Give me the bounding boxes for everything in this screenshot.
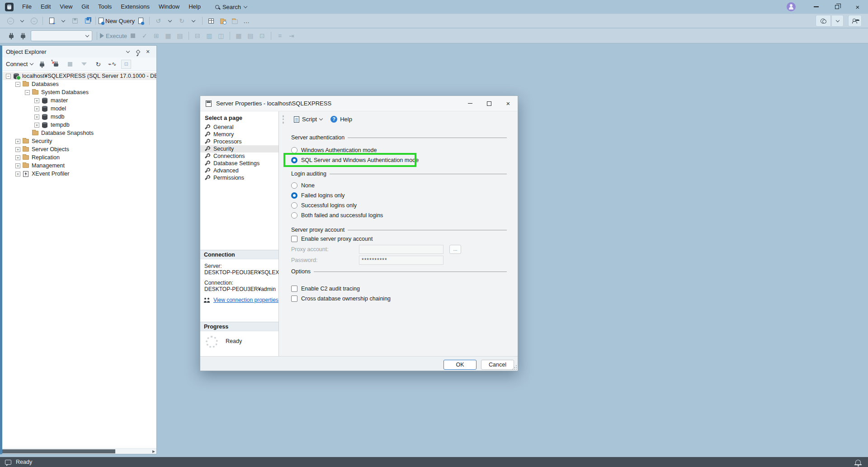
resize-grip[interactable] — [512, 365, 517, 370]
connect-dropdown-button[interactable]: Connect — [6, 61, 33, 67]
tree-item-replication[interactable]: +Replication — [2, 153, 156, 162]
checkbox-icon[interactable] — [291, 286, 297, 292]
menu-edit[interactable]: Edit — [36, 0, 55, 14]
tree-item-management[interactable]: +Management — [2, 162, 156, 170]
radio-icon[interactable] — [291, 212, 297, 219]
scrollbar-right-arrow[interactable] — [152, 450, 155, 453]
radio-row-none[interactable]: None — [291, 181, 507, 191]
copilot-dropdown[interactable] — [832, 15, 844, 27]
radio-row-both-failed-and-successful-logins[interactable]: Both failed and successful logins — [291, 210, 507, 220]
cancel-button[interactable]: Cancel — [481, 360, 514, 370]
tree-item-system[interactable]: −System Databases — [2, 88, 156, 96]
user-avatar[interactable] — [787, 2, 796, 11]
expand-icon[interactable]: + — [15, 163, 20, 168]
refresh-button[interactable]: ↻ — [93, 60, 103, 69]
page-item-advanced[interactable]: Advanced — [200, 167, 278, 174]
browse-button[interactable]: ... — [449, 245, 461, 254]
results-file-button[interactable]: ⊡ — [256, 30, 268, 42]
page-item-general[interactable]: General — [200, 124, 278, 131]
bell-icon[interactable] — [855, 460, 861, 464]
tree-item-database[interactable]: Database Snapshots — [2, 129, 156, 137]
expand-icon[interactable]: + — [15, 139, 20, 144]
tree-item-model[interactable]: +model — [2, 105, 156, 113]
enable-proxy-row[interactable]: Enable server proxy account — [291, 234, 507, 244]
check-row-enable-c2-audit-tracing[interactable]: Enable C2 audit tracing — [291, 284, 507, 294]
page-item-database-settings[interactable]: Database Settings — [200, 160, 278, 167]
open-query-button[interactable] — [135, 15, 146, 27]
dialog-maximize-button[interactable] — [480, 96, 499, 111]
new-file-button[interactable] — [46, 15, 57, 27]
horizontal-scrollbar[interactable] — [2, 448, 156, 454]
filter-button[interactable] — [79, 60, 89, 69]
connect-query-button[interactable] — [5, 30, 17, 42]
tree-item-master[interactable]: +master — [2, 96, 156, 105]
execute-button[interactable]: Execute — [100, 30, 127, 42]
tree-item-tempdb[interactable]: +tempdb — [2, 121, 156, 129]
client-stats-button[interactable]: ▥ — [203, 30, 215, 42]
window-restore-button[interactable] — [826, 0, 847, 14]
expand-icon[interactable]: + — [34, 98, 39, 103]
radio-icon[interactable] — [291, 147, 297, 153]
save-all-button[interactable] — [81, 15, 93, 27]
collapse-icon[interactable]: − — [25, 90, 30, 95]
browse-objects-button[interactable] — [217, 15, 229, 27]
menu-git[interactable]: Git — [77, 0, 94, 14]
page-item-connections[interactable]: Connections — [200, 152, 278, 160]
menu-file[interactable]: File — [18, 0, 36, 14]
page-item-processors[interactable]: Processors — [200, 138, 278, 145]
results-text-button[interactable]: ▤ — [245, 30, 256, 42]
window-close-button[interactable]: × — [847, 0, 868, 14]
activity-monitor-button[interactable]: ⌁∿ — [107, 60, 117, 69]
expand-icon[interactable]: + — [34, 123, 39, 128]
estimated-plan-button[interactable]: ⊞ — [151, 30, 162, 42]
indent-button[interactable]: ⇥ — [286, 30, 297, 42]
tree-item-msdb[interactable]: +msdb — [2, 113, 156, 121]
panel-menu-button[interactable] — [123, 47, 133, 56]
page-item-memory[interactable]: Memory — [200, 131, 278, 138]
radio-icon[interactable] — [291, 202, 297, 209]
feedback-bubble-icon[interactable] — [5, 460, 11, 465]
save-button[interactable] — [69, 15, 81, 27]
radio-row-failed-logins-only[interactable]: Failed logins only — [291, 191, 507, 200]
expand-icon[interactable]: + — [15, 172, 20, 176]
change-connection-button[interactable] — [17, 30, 29, 42]
tree-item-databases[interactable]: −Databases — [2, 80, 156, 88]
live-stats-button[interactable]: ▦ — [162, 30, 174, 42]
dialog-close-button[interactable]: × — [499, 96, 518, 111]
tree-item-xevent[interactable]: +XEvent Profiler — [2, 170, 156, 178]
activity-button[interactable] — [229, 15, 241, 27]
radio-icon[interactable] — [291, 192, 297, 199]
navigate-back-button[interactable]: ← — [5, 15, 16, 27]
help-button[interactable]: ? Help — [330, 116, 352, 123]
check-row-cross-database-ownership-chaining[interactable]: Cross database ownership chaining — [291, 294, 507, 304]
panel-pin-button[interactable] — [133, 47, 143, 56]
collapse-icon[interactable]: − — [6, 74, 11, 79]
proxy-account-input[interactable] — [359, 245, 443, 254]
tree-item-server[interactable]: +Server Objects — [2, 145, 156, 153]
menu-tools[interactable]: Tools — [94, 0, 116, 14]
database-combobox[interactable] — [31, 30, 92, 41]
navigate-back-dropdown[interactable] — [16, 15, 28, 27]
tree-item-security[interactable]: +Security — [2, 137, 156, 145]
window-minimize-button[interactable] — [806, 0, 826, 14]
sqlcmd-button[interactable]: ◫ — [215, 30, 227, 42]
menu-extensions[interactable]: Extensions — [116, 0, 154, 14]
ok-button[interactable]: OK — [443, 360, 476, 370]
radio-row-successful-logins-only[interactable]: Successful logins only — [291, 200, 507, 210]
comment-button[interactable]: ≡ — [274, 30, 286, 42]
undo-dropdown[interactable] — [164, 15, 176, 27]
stop-button[interactable] — [65, 60, 75, 69]
results-grid-button[interactable]: ▦ — [233, 30, 245, 42]
script-button[interactable]: Script — [294, 116, 322, 123]
menu-view[interactable]: View — [55, 0, 77, 14]
query-options-button[interactable]: ▤ — [174, 30, 186, 42]
expand-icon[interactable]: + — [34, 114, 39, 119]
search-control[interactable]: Search — [212, 1, 250, 12]
toolbar-overflow-button[interactable]: … — [241, 15, 252, 27]
page-item-security[interactable]: Security — [200, 145, 278, 152]
scrollbar-thumb[interactable] — [2, 449, 115, 453]
parse-button[interactable]: ✓ — [139, 30, 151, 42]
tree-item-localhost-sqlexpress[interactable]: −localhost¥SQLEXPRESS (SQL Server 17.0.1… — [2, 72, 156, 80]
menu-help[interactable]: Help — [184, 0, 205, 14]
new-query-button[interactable]: New Query — [99, 15, 135, 27]
